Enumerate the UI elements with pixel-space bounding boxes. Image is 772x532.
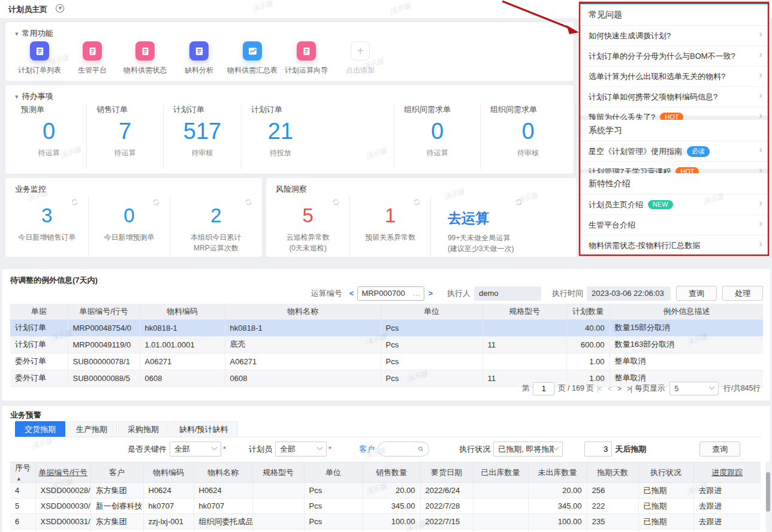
todo-plan-order-release[interactable]: 计划订单 21 待投放: [241, 104, 394, 169]
col-header[interactable]: 要货日期: [420, 463, 473, 483]
table-cell: 2022/7/15: [420, 514, 473, 530]
next-page-icon[interactable]: >: [617, 385, 621, 393]
refresh-icon[interactable]: [332, 198, 340, 206]
refresh-icon[interactable]: [71, 198, 79, 206]
go-calculate-link[interactable]: 去运算: [448, 209, 577, 228]
faq-item[interactable]: 选单计算为什么出现和选单无关的物料?›: [579, 66, 770, 87]
collapse-caret-icon[interactable]: ▾: [15, 93, 19, 100]
func-plan-order-list[interactable]: 计划订单列表: [13, 41, 67, 75]
order-link[interactable]: XSDD000031/1: [35, 514, 91, 530]
col-header[interactable]: 已出库数量: [473, 463, 528, 483]
feature-item[interactable]: 物料供需状态-按物料行汇总数据›: [579, 235, 770, 255]
todo-interorg-calc[interactable]: 组织间需求单 0 待运算: [394, 104, 480, 169]
table-row[interactable]: 5 XSDD000030/1 新一创睿科技 hk0707 hk0707 Pcs …: [10, 498, 761, 514]
col-header[interactable]: 计划数量: [566, 304, 610, 319]
prev-page-icon[interactable]: <: [608, 385, 611, 393]
vertical-scrollbar[interactable]: [765, 461, 771, 532]
days-ahead-input[interactable]: [584, 442, 612, 457]
refresh-icon[interactable]: [245, 198, 252, 206]
col-header[interactable]: 客户: [91, 463, 143, 483]
scrollbar-thumb[interactable]: [766, 472, 770, 512]
prev-calc-icon[interactable]: <: [349, 289, 354, 298]
tab-purchase-delay[interactable]: 采购拖期: [118, 421, 168, 437]
col-header[interactable]: 物料名称: [194, 463, 252, 483]
tab-production-delay[interactable]: 生产拖期: [67, 421, 117, 437]
feature-item[interactable]: 计划员主页介绍NEW›: [579, 195, 770, 215]
col-header-link[interactable]: 进度跟踪: [693, 463, 761, 483]
table-cell: 20.00: [363, 483, 420, 498]
col-header[interactable]: 规格型号: [252, 463, 304, 483]
stat-value: 0: [89, 204, 169, 227]
todo-forecast[interactable]: 预测单 0 待运算: [11, 104, 86, 169]
col-header[interactable]: 物料名称: [225, 304, 381, 319]
alerts-query-button[interactable]: 查询: [699, 442, 740, 457]
chevron-right-icon: ›: [759, 144, 762, 156]
col-header-seq[interactable]: 序号▲: [10, 463, 35, 483]
plan-order-list-icon: [30, 41, 49, 61]
refresh-icon[interactable]: [515, 198, 523, 206]
next-calc-icon[interactable]: >: [428, 289, 433, 298]
follow-up-link[interactable]: 去跟进: [693, 498, 761, 514]
col-header[interactable]: 规格型号: [482, 304, 566, 319]
customer-search-input[interactable]: [378, 442, 429, 457]
follow-up-link[interactable]: 去跟进: [693, 514, 761, 530]
last-page-icon[interactable]: >|: [627, 385, 632, 393]
col-header-link[interactable]: 单据编号/行号: [35, 463, 91, 483]
col-header[interactable]: 物料编码: [140, 304, 225, 319]
col-header[interactable]: 拖期天数: [587, 463, 638, 483]
table-row[interactable]: 6 XSDD000031/1 东方集团 zzj-lxj-001 组织间委托成品 …: [10, 514, 761, 530]
table-row[interactable]: 委外订单 SUB00000078/1 A06271 A06271 Pcs 1.0…: [10, 353, 763, 370]
col-header[interactable]: 销售数量: [363, 463, 420, 483]
faq-item[interactable]: 计划订单的分子分母为什么与BOM不一致?›: [579, 46, 770, 66]
feature-item[interactable]: 生管平台介绍›: [579, 215, 770, 235]
col-header[interactable]: 单据编号/行号: [68, 304, 140, 319]
per-page-select[interactable]: 5: [670, 382, 719, 395]
pin-icon[interactable]: [55, 4, 65, 13]
order-link[interactable]: XSDD000032/1: [35, 530, 91, 532]
table-row[interactable]: 4 XSDD000028/1 东方集团 H0624 H0624 Pcs 20.0…: [10, 483, 761, 498]
follow-up-link[interactable]: 去跟进: [693, 483, 761, 498]
handle-button[interactable]: 处理: [722, 286, 763, 301]
order-link[interactable]: XSDD000030/1: [35, 498, 91, 514]
func-supply-demand-summary[interactable]: 物料供需汇总表: [225, 41, 279, 75]
first-page-icon[interactable]: |<: [597, 385, 602, 393]
faq-item[interactable]: 如何快速生成调拨计划?›: [579, 26, 770, 46]
func-plan-calc-wizard[interactable]: 计划运算向导: [279, 41, 333, 75]
col-header[interactable]: 单位: [381, 304, 482, 319]
table-row[interactable]: 计划订单 MRP00049119/0 1.01.001.0001 底壳 Pcs …: [10, 336, 763, 353]
planner-select[interactable]: 全部: [275, 442, 327, 457]
key-part-select[interactable]: 全部: [170, 442, 221, 457]
calc-no-input[interactable]: MRP000700 …: [357, 286, 424, 301]
exec-status-select[interactable]: 已拖期, 即将拖期: [493, 442, 563, 457]
col-header[interactable]: 例外信息描述: [610, 304, 763, 319]
tab-delivery-delay[interactable]: 交货拖期: [15, 421, 65, 437]
col-header[interactable]: 执行状况: [638, 463, 693, 483]
refresh-icon[interactable]: [413, 198, 421, 206]
faq-item[interactable]: 计划订单如何携带父项物料编码信息?›: [579, 87, 770, 107]
todo-interorg-audit[interactable]: 组织间需求单 0 待审核: [480, 104, 576, 169]
todo-count: 0: [394, 119, 480, 144]
todo-sales-order[interactable]: 销售订单 7 待运算: [86, 104, 163, 169]
func-production-platform[interactable]: 生管平台: [65, 41, 119, 75]
page-number-input[interactable]: [533, 382, 554, 395]
col-header[interactable]: 物料编码: [143, 463, 194, 483]
func-material-supply-status[interactable]: 物料供需状态: [118, 41, 172, 75]
col-header[interactable]: 未出库数量: [528, 463, 587, 483]
learning-item[interactable]: 星空《计划管理》使用指南必读›: [579, 141, 770, 162]
func-shortage-analysis[interactable]: 缺料分析: [172, 41, 226, 75]
query-button[interactable]: 查询: [676, 286, 717, 301]
collapse-caret-icon[interactable]: ▾: [15, 30, 19, 37]
sort-asc-icon[interactable]: ▲: [16, 476, 22, 482]
faq-panel: 常见问题 如何快速生成调拨计划?› 计划订单的分子分母为什么与BOM不一致?› …: [579, 3, 770, 116]
lookup-ellipsis-icon[interactable]: …: [412, 289, 420, 298]
table-row[interactable]: 7 XSDD000032/1 东方集团 mps-lxj-001 mps-lxj-…: [10, 530, 761, 532]
col-header[interactable]: 单位: [304, 463, 363, 483]
tab-shortage[interactable]: 缺料/预计缺料: [170, 421, 238, 437]
table-row-selected[interactable]: 计划订单 MRP00048754/0 hk0818-1 hk0818-1 Pcs…: [10, 319, 763, 336]
refresh-icon[interactable]: [152, 198, 160, 206]
order-link[interactable]: XSDD000028/1: [35, 483, 91, 498]
todo-plan-order-audit[interactable]: 计划订单 517 待审核: [163, 104, 241, 169]
func-add-shortcut[interactable]: + 点击添加: [333, 41, 387, 75]
follow-up-link[interactable]: 去跟进: [693, 530, 761, 532]
col-header[interactable]: 单据: [10, 304, 68, 319]
